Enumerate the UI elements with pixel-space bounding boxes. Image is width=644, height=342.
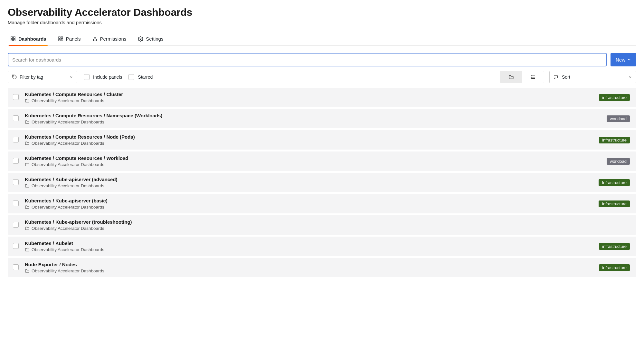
tab-label: Panels <box>66 36 81 42</box>
gear-icon <box>138 36 143 42</box>
new-button-label: New <box>616 57 625 63</box>
list-item[interactable]: Kubernetes / Kube-apiserver (basic)Obser… <box>8 194 636 213</box>
tab-panels[interactable]: Panels <box>57 33 82 45</box>
tag-badge[interactable]: workload <box>607 115 630 122</box>
svg-rect-6 <box>59 39 60 41</box>
svg-point-16 <box>531 78 531 79</box>
new-button[interactable]: New <box>611 53 636 66</box>
svg-point-9 <box>140 38 141 39</box>
tag-badge[interactable]: Infrastructure <box>599 200 630 207</box>
svg-rect-5 <box>61 37 63 38</box>
dashboard-title: Kubernetes / Compute Resources / Namespa… <box>25 113 601 118</box>
svg-point-14 <box>531 75 531 76</box>
lock-icon <box>92 36 98 42</box>
folder-icon <box>25 120 30 124</box>
checkbox-label: Include panels <box>93 74 122 80</box>
list-item[interactable]: Node Exporter / NodesObservability Accel… <box>8 258 636 277</box>
svg-rect-1 <box>14 37 15 38</box>
tab-label: Permissions <box>100 36 127 42</box>
search-input[interactable] <box>8 53 607 66</box>
tab-settings[interactable]: Settings <box>137 33 165 45</box>
svg-rect-8 <box>93 39 96 41</box>
view-list-button[interactable] <box>522 71 544 83</box>
include-panels-checkbox[interactable]: Include panels <box>82 73 122 81</box>
dashboard-folder: Observability Accelerator Dashboards <box>25 226 630 231</box>
list-icon <box>530 74 536 80</box>
list-item[interactable]: Kubernetes / Kube-apiserver (advanced)Ob… <box>8 173 636 192</box>
dashboard-title: Kubernetes / Kubelet <box>25 240 594 246</box>
dashboard-folder: Observability Accelerator Dashboards <box>25 269 594 273</box>
dashboard-title: Node Exporter / Nodes <box>25 262 594 267</box>
dashboard-folder-name: Observability Accelerator Dashboards <box>32 205 104 210</box>
filter-label: Filter by tag <box>20 74 43 80</box>
dashboard-folder: Observability Accelerator Dashboards <box>25 98 594 103</box>
folder-icon <box>25 205 30 210</box>
list-item[interactable]: Kubernetes / Compute Resources / Node (P… <box>8 130 636 150</box>
list-item[interactable]: Kubernetes / Compute Resources / Workloa… <box>8 151 636 171</box>
chevron-down-icon <box>627 58 631 62</box>
list-item[interactable]: Kubernetes / Kube-apiserver (troubleshoo… <box>8 215 636 235</box>
list-item[interactable]: Kubernetes / KubeletObservability Accele… <box>8 237 636 256</box>
view-folder-button[interactable] <box>500 71 522 83</box>
dashboard-folder: Observability Accelerator Dashboards <box>25 183 593 188</box>
row-checkbox[interactable] <box>13 243 19 249</box>
tab-permissions[interactable]: Permissions <box>91 33 128 45</box>
row-checkbox[interactable] <box>13 222 19 228</box>
sort-select[interactable]: Sort <box>549 71 636 83</box>
dashboard-folder-name: Observability Accelerator Dashboards <box>32 141 104 146</box>
tag-badge[interactable]: infrastructure <box>599 137 630 143</box>
folder-icon <box>25 226 30 231</box>
svg-rect-3 <box>14 39 15 41</box>
svg-rect-0 <box>11 37 13 38</box>
row-checkbox[interactable] <box>13 179 19 185</box>
dashboard-folder-name: Observability Accelerator Dashboards <box>32 247 104 252</box>
tab-label: Dashboards <box>18 36 46 42</box>
folder-icon <box>25 183 30 188</box>
filter-by-tag-select[interactable]: Filter by tag <box>8 71 77 83</box>
tab-label: Settings <box>146 36 163 42</box>
dashboard-title: Kubernetes / Kube-apiserver (basic) <box>25 198 593 203</box>
list-item[interactable]: Kubernetes / Compute Resources / Cluster… <box>8 88 636 107</box>
folder-icon <box>25 141 30 146</box>
row-checkbox[interactable] <box>13 200 19 206</box>
tag-badge[interactable]: infrastructure <box>599 264 630 271</box>
tag-badge[interactable]: Infrastructure <box>599 179 630 186</box>
checkbox-label: Starred <box>138 74 153 80</box>
dashboard-folder-name: Observability Accelerator Dashboards <box>32 183 104 188</box>
page-subtitle: Manage folder dashboards and permissions <box>8 20 636 25</box>
view-toggle <box>500 71 544 83</box>
page-title: Observability Accelerator Dashboards <box>8 6 636 18</box>
row-checkbox[interactable] <box>13 115 19 121</box>
row-checkbox[interactable] <box>13 158 19 164</box>
dashboard-folder-name: Observability Accelerator Dashboards <box>32 226 104 231</box>
dashboard-title: Kubernetes / Kube-apiserver (advanced) <box>25 177 593 182</box>
list-item[interactable]: Kubernetes / Compute Resources / Namespa… <box>8 109 636 128</box>
tab-bar: Dashboards Panels Permissions Settings <box>8 33 636 46</box>
svg-point-7 <box>61 39 63 41</box>
folder-icon <box>25 98 30 103</box>
sort-label: Sort <box>562 74 570 80</box>
dashboard-folder: Observability Accelerator Dashboards <box>25 141 594 146</box>
tag-icon <box>12 74 17 80</box>
chevron-down-icon <box>69 75 73 79</box>
include-panels-input[interactable] <box>84 74 90 80</box>
folder-icon <box>25 162 30 167</box>
panels-icon <box>58 36 63 42</box>
svg-point-15 <box>531 77 531 77</box>
dashboard-folder-name: Observability Accelerator Dashboards <box>32 98 104 103</box>
tag-badge[interactable]: infrastructure <box>599 94 630 101</box>
dashboard-folder-name: Observability Accelerator Dashboards <box>32 162 104 167</box>
row-checkbox[interactable] <box>13 264 19 270</box>
tab-dashboards[interactable]: Dashboards <box>9 33 48 45</box>
row-checkbox[interactable] <box>13 137 19 142</box>
folder-icon <box>25 247 30 252</box>
row-checkbox[interactable] <box>13 94 19 100</box>
svg-rect-4 <box>59 37 60 38</box>
tag-badge[interactable]: workload <box>607 158 630 165</box>
starred-input[interactable] <box>128 74 134 80</box>
dashboard-title: Kubernetes / Kube-apiserver (troubleshoo… <box>25 219 630 225</box>
dashboard-folder-name: Observability Accelerator Dashboards <box>32 120 104 124</box>
dashboard-title: Kubernetes / Compute Resources / Cluster <box>25 92 594 97</box>
starred-checkbox[interactable]: Starred <box>127 73 153 81</box>
tag-badge[interactable]: infrastructure <box>599 243 630 250</box>
